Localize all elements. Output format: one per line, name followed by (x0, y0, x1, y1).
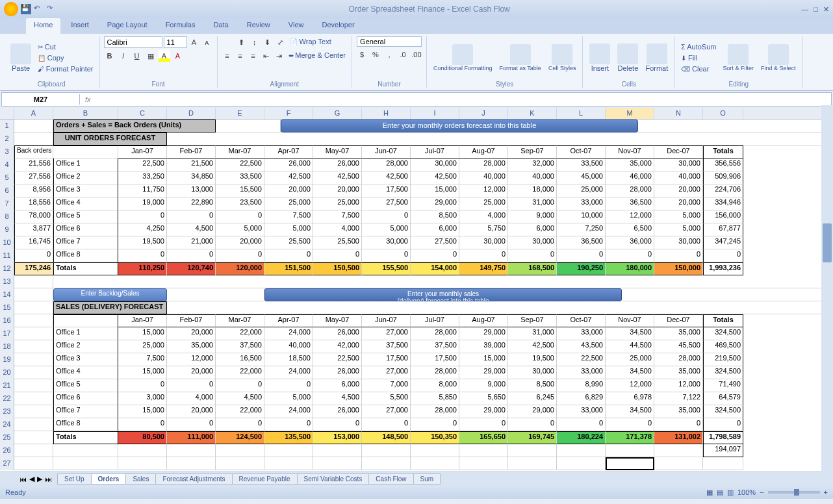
data-cell[interactable]: 5,000 (264, 392, 313, 405)
data-cell[interactable]: 15,000 (118, 366, 167, 379)
tab-formulas[interactable]: Formulas (158, 18, 203, 34)
data-cell[interactable]: 26,000 (313, 366, 362, 379)
data-cell[interactable]: 22,500 (557, 353, 606, 366)
tab-nav-next-icon[interactable]: ▶ (37, 475, 42, 483)
office-name[interactable]: Office 7 (53, 236, 118, 249)
data-cell[interactable]: 6,245 (508, 392, 557, 405)
data-cell[interactable]: 0 (264, 379, 313, 392)
row-header[interactable]: 13 (0, 275, 14, 288)
data-cell[interactable]: 13,000 (167, 184, 216, 197)
data-cell[interactable]: 28,000 (362, 158, 411, 171)
data-cell[interactable]: 30,000 (459, 236, 508, 249)
minimize-button[interactable]: — (801, 5, 808, 14)
back-order-cell[interactable]: 3,877 (14, 223, 53, 236)
data-cell[interactable]: 28,000 (411, 327, 459, 340)
data-cell[interactable]: 29,000 (459, 327, 508, 340)
row-header[interactable]: 12 (0, 262, 14, 275)
office-name[interactable]: Office 5 (53, 210, 118, 223)
office-name[interactable]: Office 5 (53, 379, 118, 392)
autosum-button[interactable]: Σ AutoSum (679, 42, 718, 52)
fx-button[interactable]: fx (80, 94, 96, 105)
data-cell[interactable]: 15,000 (118, 405, 167, 418)
sheet-tab[interactable]: Cash Flow (368, 473, 413, 485)
wrap-text-button[interactable]: 📄 Wrap Text (288, 36, 333, 48)
data-cell[interactable]: 0 (167, 210, 216, 223)
office-name[interactable]: Office 8 (53, 249, 118, 262)
data-cell[interactable]: 4,500 (216, 392, 264, 405)
office-name[interactable]: Office 4 (53, 197, 118, 210)
data-cell[interactable]: 34,500 (606, 366, 654, 379)
data-cell[interactable]: 26,000 (313, 327, 362, 340)
data-cell[interactable]: 4,500 (313, 392, 362, 405)
total-cell[interactable]: 80,500 (118, 431, 167, 444)
data-cell[interactable]: 0 (411, 249, 459, 262)
data-cell[interactable]: 26,000 (264, 158, 313, 171)
data-cell[interactable]: 5,650 (459, 392, 508, 405)
data-cell[interactable]: 26,000 (313, 405, 362, 418)
office-name[interactable]: Office 2 (53, 340, 118, 353)
data-cell[interactable]: 19,500 (508, 353, 557, 366)
data-cell[interactable]: 10,000 (557, 210, 606, 223)
data-cell[interactable]: 4,000 (167, 392, 216, 405)
back-order-cell[interactable]: 18,556 (14, 197, 53, 210)
data-cell[interactable]: 0 (118, 418, 167, 431)
align-center-icon[interactable]: ≡ (235, 50, 246, 62)
totals-bo[interactable]: 175,246 (14, 262, 53, 275)
data-cell[interactable]: 17,500 (362, 184, 411, 197)
data-cell[interactable]: 42,500 (313, 171, 362, 184)
data-cell[interactable]: 8,500 (411, 210, 459, 223)
data-cell[interactable]: 6,000 (411, 223, 459, 236)
data-cell[interactable]: 37,500 (216, 340, 264, 353)
redo-icon[interactable]: ↷ (47, 4, 57, 14)
row-header[interactable]: 20 (0, 366, 14, 379)
row-header[interactable]: 7 (0, 197, 14, 210)
data-cell[interactable]: 40,000 (264, 340, 313, 353)
data-cell[interactable]: 0 (264, 418, 313, 431)
data-cell[interactable]: 28,000 (411, 405, 459, 418)
indent-inc-icon[interactable]: ⇥ (274, 50, 285, 62)
data-cell[interactable]: 25,500 (264, 236, 313, 249)
back-order-cell[interactable]: 78,000 (14, 210, 53, 223)
data-cell[interactable]: 34,500 (606, 405, 654, 418)
col-header[interactable]: F (264, 108, 313, 119)
data-cell[interactable]: 30,000 (508, 236, 557, 249)
data-cell[interactable]: 23,500 (216, 197, 264, 210)
indent-dec-icon[interactable]: ⇤ (261, 50, 272, 62)
data-cell[interactable]: 3,000 (118, 392, 167, 405)
col-header[interactable]: K (508, 108, 557, 119)
row-total[interactable]: 0 (703, 249, 743, 262)
data-cell[interactable]: 0 (167, 379, 216, 392)
data-cell[interactable]: 33,250 (118, 171, 167, 184)
row-total[interactable]: 347,245 (703, 236, 743, 249)
office-name[interactable]: Office 6 (53, 392, 118, 405)
data-cell[interactable]: 25,500 (313, 236, 362, 249)
data-cell[interactable]: 0 (216, 210, 264, 223)
data-cell[interactable]: 4,000 (313, 223, 362, 236)
dec-decimal-icon[interactable]: .00 (411, 49, 422, 60)
total-cell[interactable]: 180,224 (557, 431, 606, 444)
tab-nav-first-icon[interactable]: ⏮ (19, 475, 27, 483)
data-cell[interactable]: 34,850 (167, 171, 216, 184)
data-cell[interactable]: 31,000 (508, 197, 557, 210)
data-cell[interactable]: 9,000 (508, 210, 557, 223)
extra-total[interactable]: 194,097 (703, 444, 743, 457)
data-cell[interactable]: 22,500 (313, 353, 362, 366)
data-cell[interactable]: 27,500 (411, 236, 459, 249)
fill-button[interactable]: ⬇ Fill (679, 53, 718, 63)
row-total[interactable]: 67,877 (703, 223, 743, 236)
data-cell[interactable]: 24,000 (264, 327, 313, 340)
data-cell[interactable]: 39,000 (459, 340, 508, 353)
data-cell[interactable]: 0 (216, 418, 264, 431)
data-cell[interactable]: 25,000 (557, 184, 606, 197)
sheet-tab[interactable]: Sales (125, 473, 156, 485)
data-cell[interactable]: 25,000 (313, 197, 362, 210)
row-total[interactable]: 224,706 (703, 184, 743, 197)
data-cell[interactable]: 15,500 (216, 184, 264, 197)
sheet-tab[interactable]: Sum (413, 473, 441, 485)
data-cell[interactable]: 20,000 (167, 366, 216, 379)
row-total[interactable]: 219,500 (703, 353, 743, 366)
back-order-cell[interactable]: 8,956 (14, 184, 53, 197)
row-header[interactable]: 26 (0, 444, 14, 457)
data-cell[interactable]: 20,000 (654, 197, 703, 210)
data-cell[interactable]: 0 (459, 418, 508, 431)
